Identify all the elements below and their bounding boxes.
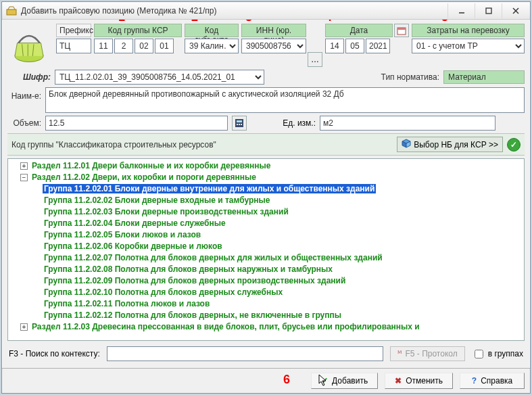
- volume-label: Объем:: [7, 118, 41, 128]
- add-button[interactable]: ✔ Добавить: [311, 373, 378, 389]
- edizm-label: Ед. изм.:: [275, 118, 316, 128]
- header-date: Дата: [325, 24, 393, 37]
- help-button[interactable]: ? Справка: [460, 373, 525, 389]
- cube-icon: [402, 139, 411, 150]
- close-button[interactable]: [502, 3, 529, 18]
- header-subject: Код субъекта: [185, 24, 239, 37]
- date-month[interactable]: [345, 39, 364, 53]
- select-nb-button[interactable]: Выбор НБ для КСР >>: [397, 137, 503, 152]
- svg-rect-15: [241, 124, 242, 125]
- protocol-button: ᴹ F5 - Протокол: [390, 346, 464, 361]
- shifr-select[interactable]: ТЦ_11.2.02.01_39_3905008756_14.05.2021_0…: [55, 70, 264, 85]
- calculator-icon[interactable]: [232, 116, 247, 131]
- header-inn: ИНН (юр. лицо): [241, 24, 306, 37]
- tree-section[interactable]: +Раздел 11.2.03 Древесина прессованная в…: [20, 321, 524, 333]
- date-day[interactable]: [325, 39, 344, 53]
- select-nb-label: Выбор НБ для КСР >>: [414, 140, 498, 149]
- tree-group[interactable]: Группа 11.2.02.12 Полотна для блоков две…: [32, 310, 524, 321]
- in-groups-checkbox[interactable]: в группах: [472, 348, 523, 361]
- tree-group[interactable]: Группа 11.2.02.05 Блоки люков и лазов: [32, 229, 524, 241]
- ksr-code-4[interactable]: [155, 39, 174, 53]
- tree-group[interactable]: Группа 11.2.02.02 Блоки дверные входные …: [32, 195, 524, 206]
- svg-rect-0: [7, 9, 16, 15]
- window-title: Добавить прайсовую позицию (Методика № 4…: [21, 6, 443, 16]
- protocol-icon: ᴹ: [397, 349, 402, 358]
- date-year[interactable]: [366, 39, 390, 53]
- question-icon: ?: [472, 376, 477, 386]
- tree-group[interactable]: Группа 11.2.02.07 Полотна для блоков две…: [32, 252, 524, 264]
- apply-check-icon[interactable]: ✓: [507, 138, 521, 152]
- inn-browse-button[interactable]: …: [308, 52, 322, 67]
- minimize-button[interactable]: [448, 3, 475, 18]
- annotation-6: 6: [283, 373, 290, 387]
- collapse-icon[interactable]: −: [20, 174, 28, 181]
- titlebar: Добавить прайсовую позицию (Методика № 4…: [2, 2, 530, 20]
- ksr-tree[interactable]: +Раздел 11.2.01 Двери балконные и их кор…: [7, 158, 525, 341]
- tip-norm-value: Материал: [443, 70, 525, 84]
- maximize-button[interactable]: [475, 3, 502, 18]
- ksr-code-3[interactable]: [135, 39, 153, 53]
- inn-select[interactable]: 3905008756: [241, 39, 306, 53]
- svg-rect-14: [239, 124, 240, 125]
- svg-rect-12: [237, 120, 242, 122]
- header-transport: Затраты на перевозку: [412, 24, 525, 37]
- svg-rect-11: [235, 119, 243, 127]
- tree-group[interactable]: Группа 11.2.02.01 Блоки дверные внутренн…: [32, 183, 524, 195]
- shifr-label: Шифр:: [7, 72, 51, 82]
- tip-norm-label: Тип норматива:: [381, 72, 439, 82]
- context-search-input[interactable]: [107, 346, 384, 361]
- svg-rect-10: [397, 28, 406, 30]
- tree-group[interactable]: Группа 11.2.02.06 Коробки дверные и люко…: [32, 241, 524, 252]
- tree-section[interactable]: −Раздел 11.2.02 Двери, их коробки и поро…: [20, 172, 524, 321]
- check-icon: ✔: [321, 376, 328, 386]
- prefix-input[interactable]: [56, 39, 91, 53]
- svg-rect-13: [237, 124, 238, 125]
- tree-group[interactable]: Группа 11.2.02.08 Полотна для блоков две…: [32, 264, 524, 275]
- cancel-button[interactable]: ✖ Отменить: [385, 373, 453, 389]
- ksr-section-header: Код группы "Классификатора строительных …: [7, 133, 525, 156]
- calendar-icon[interactable]: [394, 24, 409, 37]
- dialog-button-bar: 6 ✔ Добавить ✖ Отменить ? Справка: [2, 368, 530, 393]
- app-icon: [6, 5, 17, 16]
- ksr-code-2[interactable]: [114, 39, 133, 53]
- tree-group[interactable]: Группа 11.2.02.09 Полотна для блоков две…: [32, 275, 524, 287]
- search-label: F3 - Поиск по контексту:: [9, 349, 100, 358]
- naim-label: Наим-е:: [7, 87, 41, 101]
- subject-select[interactable]: 39 Калин…: [185, 39, 239, 53]
- expand-icon[interactable]: +: [20, 323, 28, 331]
- header-ksr-group: Код группы КСР: [94, 24, 182, 37]
- dialog-window: Добавить прайсовую позицию (Методика № 4…: [1, 1, 531, 394]
- tree-group[interactable]: Группа 11.2.02.11 Полотна люков и лазов: [32, 298, 524, 310]
- edizm-input[interactable]: [320, 116, 495, 131]
- ksr-section-title: Код группы "Классификатора строительных …: [11, 140, 393, 149]
- tree-group[interactable]: Группа 11.2.02.10 Полотна для блоков две…: [32, 287, 524, 298]
- x-icon: ✖: [395, 376, 402, 386]
- tree-group[interactable]: Группа 11.2.02.04 Блоки дверные служебны…: [32, 218, 524, 229]
- basket-illustration: [7, 24, 51, 67]
- volume-input[interactable]: [45, 116, 228, 131]
- transport-select[interactable]: 01 - с учетом ТР: [412, 39, 525, 53]
- expand-icon[interactable]: +: [20, 162, 28, 170]
- tree-group[interactable]: Группа 11.2.02.03 Блоки дверные производ…: [32, 206, 524, 218]
- naim-input[interactable]: [45, 87, 525, 113]
- ksr-code-1[interactable]: [94, 39, 113, 53]
- header-prefix: Префикс: [56, 24, 91, 37]
- svg-rect-2: [486, 8, 491, 14]
- tree-section[interactable]: +Раздел 11.2.01 Двери балконные и их кор…: [20, 160, 524, 172]
